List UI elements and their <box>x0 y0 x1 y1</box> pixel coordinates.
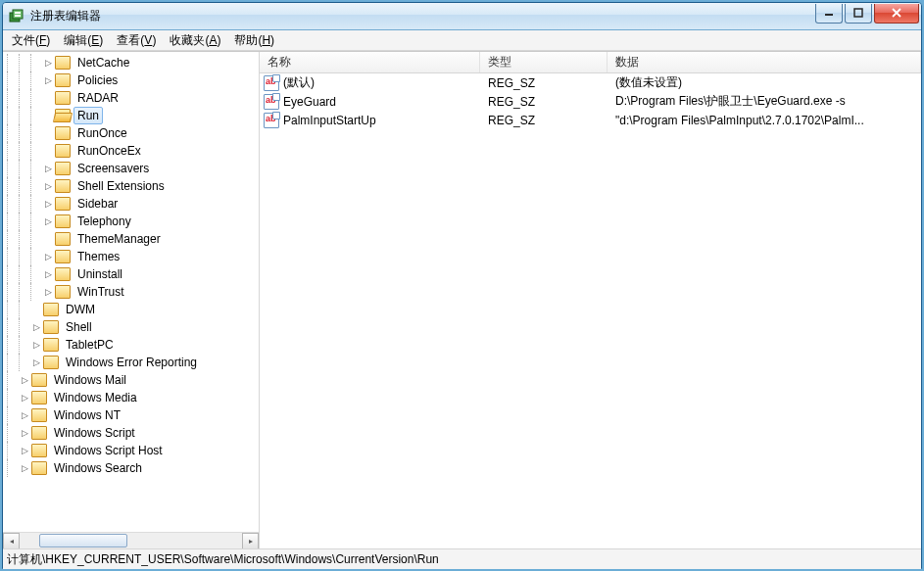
column-type[interactable]: 类型 <box>480 52 608 72</box>
svg-rect-3 <box>15 15 21 17</box>
tree-label: Uninstall <box>73 265 126 283</box>
tree-label: Windows Media <box>50 389 141 406</box>
tree-twisty[interactable]: ▷ <box>42 269 54 279</box>
tree-node[interactable]: ▷Windows NT <box>3 406 201 424</box>
folder-icon <box>31 426 47 440</box>
tree-node[interactable]: ▷Policies <box>3 71 201 89</box>
tree-node[interactable]: ▷Themes <box>3 248 201 265</box>
value-row[interactable]: PalmInputStartUpREG_SZ"d:\Program Files\… <box>260 111 921 129</box>
tree-node[interactable]: ▷TabletPC <box>3 336 201 354</box>
scroll-right-arrow[interactable]: ▸ <box>242 533 259 549</box>
list-body[interactable]: (默认)REG_SZ(数值未设置)EyeGuardREG_SZD:\Progra… <box>260 73 921 548</box>
tree-node[interactable]: ▷Windows Script Host <box>3 442 201 459</box>
tree-twisty[interactable]: ▷ <box>30 322 42 332</box>
folder-icon <box>55 162 71 175</box>
tree-node[interactable]: ▷Telephony <box>3 213 201 230</box>
tree-node[interactable]: Run <box>3 107 201 124</box>
tree-twisty[interactable]: ▷ <box>42 164 54 173</box>
scroll-track[interactable] <box>20 533 242 549</box>
menu-help[interactable]: 帮助(H) <box>227 30 281 51</box>
maximize-button[interactable] <box>845 4 872 24</box>
svg-rect-5 <box>854 9 862 17</box>
value-name: EyeGuard <box>283 95 336 109</box>
value-type: REG_SZ <box>488 95 535 109</box>
menu-favorites[interactable]: 收藏夹(A) <box>163 30 227 51</box>
statusbar: 计算机\HKEY_CURRENT_USER\Software\Microsoft… <box>3 548 921 569</box>
tree-node[interactable]: ▷Windows Mail <box>3 371 201 389</box>
tree-twisty[interactable]: ▷ <box>30 357 42 367</box>
tree-node[interactable]: RunOnceEx <box>3 142 201 160</box>
tree-node[interactable]: ▷Sidebar <box>3 195 201 213</box>
folder-icon <box>55 91 71 105</box>
tree-twisty[interactable]: ▷ <box>19 375 30 385</box>
svg-rect-1 <box>13 10 23 19</box>
titlebar[interactable]: 注册表编辑器 <box>3 3 921 30</box>
tree-node[interactable]: RunOnce <box>3 124 201 142</box>
tree-node[interactable]: DWM <box>3 301 201 318</box>
tree-twisty[interactable]: ▷ <box>42 181 54 191</box>
tree-label: ThemeManager <box>73 230 165 248</box>
tree-twisty[interactable]: ▷ <box>42 252 54 262</box>
menu-file[interactable]: 文件(F) <box>5 30 57 51</box>
tree-node[interactable]: ▷WinTrust <box>3 283 201 301</box>
tree-twisty[interactable]: ▷ <box>42 216 54 226</box>
client-area: ▷NetCache▷PoliciesRADARRunRunOnceRunOnce… <box>3 51 921 548</box>
tree-node[interactable]: ▷Uninstall <box>3 265 201 283</box>
tree-node[interactable]: ▷Screensavers <box>3 160 201 177</box>
tree-node[interactable]: ▷Shell Extensions <box>3 177 201 195</box>
tree-twisty[interactable]: ▷ <box>30 340 42 350</box>
tree-node[interactable]: ▷Windows Script <box>3 424 201 442</box>
status-path: 计算机\HKEY_CURRENT_USER\Software\Microsoft… <box>7 551 439 568</box>
tree-node[interactable]: ThemeManager <box>3 230 201 248</box>
tree-twisty[interactable]: ▷ <box>19 393 30 403</box>
value-row[interactable]: (默认)REG_SZ(数值未设置) <box>260 73 921 92</box>
tree-label: TabletPC <box>62 336 118 354</box>
tree-scrollbar[interactable]: ◂ ▸ <box>3 532 259 548</box>
folder-icon <box>55 56 71 70</box>
tree-label: Policies <box>73 71 122 89</box>
tree-twisty[interactable]: ▷ <box>42 75 54 85</box>
folder-icon <box>31 373 47 387</box>
folder-icon <box>55 285 71 299</box>
tree-node[interactable]: RADAR <box>3 89 201 107</box>
folder-icon <box>43 303 59 316</box>
value-type: REG_SZ <box>488 114 535 127</box>
column-data[interactable]: 数据 <box>608 52 921 72</box>
value-type: REG_SZ <box>488 76 535 90</box>
tree-label: RADAR <box>73 89 122 107</box>
menu-edit[interactable]: 编辑(E) <box>57 30 110 51</box>
folder-icon <box>55 109 71 122</box>
value-row[interactable]: EyeGuardREG_SZD:\Program Files\护眼卫士\EyeG… <box>260 92 921 111</box>
tree-label: Shell Extensions <box>73 177 169 195</box>
tree-label: RunOnce <box>73 124 131 142</box>
tree-twisty[interactable]: ▷ <box>42 287 54 297</box>
tree-label: NetCache <box>73 54 133 71</box>
scroll-thumb[interactable] <box>39 534 127 547</box>
tree-node[interactable]: ▷NetCache <box>3 54 201 71</box>
folder-icon <box>55 197 71 211</box>
tree-twisty[interactable]: ▷ <box>42 58 54 68</box>
tree-label: Windows Script Host <box>50 442 167 459</box>
tree-twisty[interactable]: ▷ <box>19 446 30 455</box>
tree-twisty[interactable]: ▷ <box>19 428 30 438</box>
tree-body[interactable]: ▷NetCache▷PoliciesRADARRunRunOnceRunOnce… <box>3 52 259 532</box>
tree-twisty[interactable]: ▷ <box>19 463 30 473</box>
minimize-button[interactable] <box>815 4 843 24</box>
tree-label: Sidebar <box>73 195 122 213</box>
tree-twisty[interactable]: ▷ <box>19 410 30 420</box>
scroll-left-arrow[interactable]: ◂ <box>3 533 20 549</box>
tree-node[interactable]: ▷Windows Search <box>3 459 201 477</box>
value-data: D:\Program Files\护眼卫士\EyeGuard.exe -s <box>615 93 846 110</box>
tree-node[interactable]: ▷Shell <box>3 318 201 336</box>
tree-node[interactable]: ▷Windows Media <box>3 389 201 406</box>
value-name: (默认) <box>283 74 315 91</box>
window-title: 注册表编辑器 <box>30 8 813 24</box>
tree-label: Windows Error Reporting <box>62 354 201 371</box>
menu-view[interactable]: 查看(V) <box>110 30 163 51</box>
close-button[interactable] <box>874 4 919 24</box>
column-name[interactable]: 名称 <box>260 52 480 72</box>
tree-node[interactable]: ▷Windows Error Reporting <box>3 354 201 371</box>
folder-icon <box>55 232 71 246</box>
value-data: "d:\Program Files\PalmInput\2.7.0.1702\P… <box>615 114 864 127</box>
tree-twisty[interactable]: ▷ <box>42 199 54 209</box>
